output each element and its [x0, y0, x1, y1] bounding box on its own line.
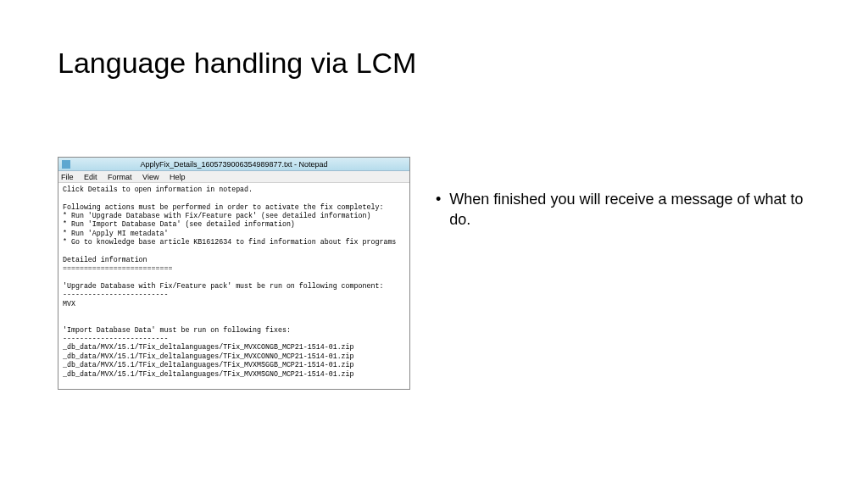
notepad-text: Click Details to open information in not…	[58, 183, 409, 389]
bullet-area: • When finished you will receive a messa…	[436, 157, 810, 390]
notepad-screenshot: ApplyFix_Details_1605739006354989877.txt…	[58, 157, 410, 390]
bullet-dot-icon: •	[436, 189, 441, 210]
bullet-item: • When finished you will receive a messa…	[436, 189, 810, 230]
notepad-menubar: File Edit Format View Help	[58, 171, 409, 183]
bullet-text: When finished you will receive a message…	[449, 189, 810, 230]
content-row: ApplyFix_Details_1605739006354989877.txt…	[58, 157, 810, 390]
slide-title: Language handling via LCM	[58, 47, 416, 80]
menu-view: View	[142, 173, 159, 181]
menu-format: Format	[108, 173, 132, 181]
menu-file: File	[61, 173, 74, 181]
menu-edit: Edit	[84, 173, 97, 181]
notepad-titlebar: ApplyFix_Details_1605739006354989877.txt…	[58, 158, 409, 171]
menu-help: Help	[170, 173, 186, 181]
